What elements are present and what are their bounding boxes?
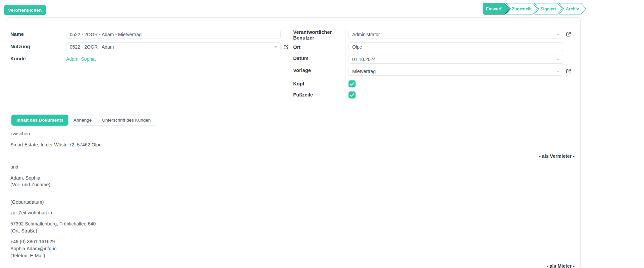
kunde-link[interactable]: Adam, Sophia (66, 56, 96, 62)
verantwortlicher-select[interactable]: Administrator (348, 30, 563, 39)
caret-down-icon (557, 59, 559, 60)
doc-line-address-caption: (Ort, Straße) (10, 228, 37, 234)
tab-unterschrift-des-kunden[interactable]: Unterschrift des Kunden (97, 115, 156, 126)
doc-line-email: Sophia.Adam@info.io (10, 246, 57, 252)
ort-label: Ort (293, 45, 301, 50)
name-input[interactable] (66, 30, 281, 39)
caret-down-icon (557, 71, 559, 72)
verantwortlicher-label: Verantwortlicher Benutzer (293, 29, 347, 41)
caret-down-icon (557, 34, 559, 36)
content-tabs: Inhalt des Dokuments Anhänge Unterschrif… (11, 115, 156, 126)
doc-line-name-caption: (Vor- und Zuname) (10, 182, 50, 188)
caret-down-icon (274, 46, 277, 48)
document-panel: Name Nutzung 0522 - 2OGR - Adam Kunde Ad… (6, 17, 581, 268)
doc-line-zwischen: zwischen (10, 131, 30, 137)
doc-line-als-vermieter: - als Vermieter - (539, 153, 575, 159)
tab-anhaenge[interactable]: Anhänge (68, 115, 97, 126)
nutzung-value: 0522 - 2OGR - Adam (70, 44, 114, 50)
doc-line-landlord: Smart Estate, In der Wüste 72, 57462 Olp… (10, 142, 102, 148)
vorlage-select[interactable]: Mietvertrag (348, 67, 563, 76)
datum-value: 01.10.2024 (352, 57, 376, 62)
kopf-label: Kopf (293, 81, 304, 87)
nutzung-label: Nutzung (10, 44, 30, 50)
vorlage-label: Vorlage (293, 68, 311, 73)
doc-line-residing: zur Zeit wohnhaft in (10, 210, 52, 216)
name-label: Name (10, 31, 24, 37)
external-link-icon (565, 31, 572, 38)
publish-button[interactable]: Veröffentlichen (4, 5, 46, 15)
doc-line-als-mieter: - als Mieter - (547, 263, 575, 268)
doc-line-tenant-name: Adam, Sophia (10, 175, 40, 181)
doc-line-birthdate-caption: (Geburtsdatum) (10, 199, 44, 205)
svg-text:Entwurf: Entwurf (486, 7, 502, 11)
datum-label: Datum (293, 56, 309, 61)
datum-select[interactable]: 01.10.2024 (348, 55, 563, 64)
verantwortlicher-value: Administrator (352, 32, 380, 37)
checkmark-icon (349, 92, 355, 98)
workflow-steps: Entwurf Zugestellt Signiert Archiv (482, 2, 587, 15)
workflow-step-zugestellt[interactable]: Zugestellt (505, 2, 538, 15)
doc-line-contact-caption: (Telefon, E-Mail) (10, 253, 45, 259)
tab-inhalt-des-dokuments[interactable]: Inhalt des Dokuments (11, 115, 68, 126)
nutzung-select[interactable]: 0522 - 2OGR - Adam (66, 42, 281, 51)
kunde-label: Kunde (10, 56, 26, 62)
doc-line-address: 57392 Schmallenberg, Fröhlichallee 640 (10, 221, 96, 227)
vorlage-value: Mietvertrag (352, 69, 376, 74)
checkmark-icon (349, 81, 355, 87)
workflow-step-entwurf[interactable]: Entwurf (482, 2, 510, 15)
kopf-checkbox[interactable] (348, 80, 356, 87)
svg-text:Zugestellt: Zugestellt (512, 7, 532, 11)
nutzung-open-button[interactable] (283, 44, 289, 50)
doc-line-und: und (10, 164, 18, 170)
verantwortlicher-open-button[interactable] (565, 31, 572, 38)
external-link-icon (283, 44, 289, 50)
doc-line-phone: +49 (0) 3861 161629 (10, 239, 55, 245)
vorlage-open-button[interactable] (565, 68, 572, 74)
svg-text:Archiv: Archiv (566, 7, 579, 11)
ort-input[interactable] (348, 42, 563, 51)
external-link-icon (565, 68, 572, 74)
fusszeile-checkbox[interactable] (348, 91, 356, 98)
svg-text:Signiert: Signiert (540, 7, 556, 11)
fusszeile-label: Fußzeile (293, 92, 313, 98)
